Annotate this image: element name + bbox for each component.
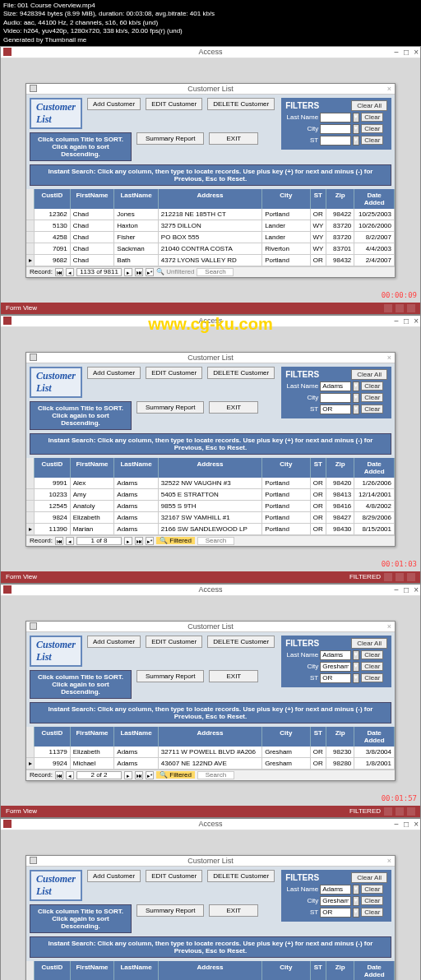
cell-lastname[interactable]: Adams — [114, 489, 159, 500]
cell-date[interactable]: 12/14/2001 — [354, 489, 395, 500]
col-address[interactable]: Address — [159, 458, 262, 478]
cell-custid[interactable]: 12362 — [35, 209, 71, 220]
exit-button[interactable]: EXIT — [209, 132, 258, 145]
dropdown-icon[interactable]: ▾ — [353, 673, 359, 683]
summary-report-button[interactable]: Summary Report — [136, 401, 204, 414]
col-st[interactable]: ST — [311, 458, 327, 478]
cell-date[interactable]: 1/8/2001 — [354, 758, 395, 769]
cell-lastname[interactable]: Adams — [114, 524, 159, 534]
cell-address[interactable]: 4372 LYONS VALLEY RD — [159, 255, 262, 266]
cell-city[interactable]: Portland — [262, 512, 310, 523]
row-selector-icon[interactable] — [26, 501, 35, 511]
clear-all-button[interactable]: Clear All — [351, 872, 387, 883]
clear-lastname-button[interactable]: Clear — [361, 650, 383, 659]
clear-city-button[interactable]: Clear — [361, 896, 383, 905]
cell-st[interactable]: OR — [311, 524, 327, 534]
cell-st[interactable]: OR — [311, 747, 327, 757]
view-icon[interactable] — [384, 807, 392, 816]
filter-badge[interactable]: 🔍 Filtered — [156, 537, 195, 544]
close-icon[interactable]: × — [414, 585, 419, 594]
summary-report-button[interactable]: Summary Report — [136, 670, 204, 682]
cell-custid[interactable]: 12545 — [35, 501, 71, 511]
col-custid[interactable]: CustID — [35, 727, 71, 747]
maximize-icon[interactable]: □ — [404, 317, 409, 326]
close-icon[interactable]: × — [414, 48, 419, 57]
nav-next-icon[interactable]: ▸ — [124, 771, 132, 779]
nav-first-icon[interactable]: ⏮ — [55, 771, 63, 779]
lastname-filter-input[interactable] — [320, 650, 351, 660]
cell-firstname[interactable]: Elizabeth — [71, 747, 115, 757]
col-address[interactable]: Address — [159, 727, 262, 747]
col-date[interactable]: Date Added — [354, 961, 395, 980]
filter-badge[interactable]: 🔍 Unfiltered — [156, 268, 194, 275]
record-position[interactable] — [76, 268, 122, 276]
col-custid[interactable]: CustID — [35, 189, 71, 209]
clear-city-button[interactable]: Clear — [361, 662, 383, 671]
clear-st-button[interactable]: Clear — [361, 404, 383, 414]
delete-customer-button[interactable]: DELETE Customer — [207, 367, 275, 379]
col-date[interactable]: Date Added — [354, 727, 395, 747]
cell-firstname[interactable]: Chad — [71, 209, 115, 220]
cell-lastname[interactable]: Fisher — [114, 232, 159, 243]
cell-zip[interactable]: 98427 — [326, 512, 354, 523]
cell-lastname[interactable]: Bath — [114, 255, 159, 266]
cell-custid[interactable]: 10233 — [35, 489, 71, 500]
nav-prev-icon[interactable]: ◂ — [66, 268, 74, 276]
view-icon[interactable] — [407, 573, 415, 581]
add-customer-button[interactable]: Add Customer — [87, 367, 141, 379]
dropdown-icon[interactable]: ▾ — [353, 404, 359, 414]
table-row[interactable]: 12545 Anatoly Adams 9855 S 9TH Portland … — [26, 501, 395, 512]
delete-customer-button[interactable]: DELETE Customer — [207, 870, 275, 882]
col-firstname[interactable]: FirstName — [71, 458, 115, 478]
cell-address[interactable]: 21040 CONTRA COSTA — [159, 243, 262, 254]
nav-new-icon[interactable]: ▸* — [146, 771, 154, 779]
clear-city-button[interactable]: Clear — [361, 393, 383, 402]
table-row[interactable]: 10233 Amy Adams 5405 E STRATTON Portland… — [26, 489, 395, 501]
cell-firstname[interactable]: Chad — [71, 220, 115, 231]
col-lastname[interactable]: LastName — [114, 961, 159, 980]
dropdown-icon[interactable]: ▾ — [353, 662, 359, 672]
exit-button[interactable]: EXIT — [209, 401, 258, 414]
col-st[interactable]: ST — [311, 961, 327, 980]
exit-button[interactable]: EXIT — [209, 670, 258, 682]
nav-last-icon[interactable]: ⏭ — [135, 771, 143, 779]
cell-date[interactable]: 8/2/2007 — [354, 232, 395, 243]
summary-report-button[interactable]: Summary Report — [136, 904, 204, 917]
nav-last-icon[interactable]: ⏭ — [135, 268, 143, 276]
dropdown-icon[interactable]: ▾ — [353, 908, 359, 918]
cell-address[interactable]: PO BOX 555 — [159, 232, 262, 243]
exit-button[interactable]: EXIT — [209, 904, 258, 917]
cell-address[interactable]: 212218 NE 185TH CT — [159, 209, 262, 220]
nav-search-input[interactable] — [197, 268, 234, 276]
add-customer-button[interactable]: Add Customer — [87, 98, 141, 110]
row-selector-icon[interactable] — [26, 209, 35, 220]
summary-report-button[interactable]: Summary Report — [136, 132, 204, 145]
cell-lastname[interactable]: Adams — [114, 512, 159, 523]
clear-all-button[interactable]: Clear All — [351, 369, 387, 380]
cell-date[interactable]: 10/25/2003 — [354, 209, 395, 220]
form-close-icon[interactable]: × — [387, 85, 391, 93]
cell-firstname[interactable]: Anatoly — [71, 501, 115, 511]
col-city[interactable]: City — [262, 961, 310, 980]
clear-st-button[interactable]: Clear — [361, 908, 383, 917]
cell-zip[interactable]: 98280 — [326, 758, 354, 769]
view-icon[interactable] — [407, 807, 415, 816]
col-date[interactable]: Date Added — [354, 189, 395, 209]
cell-city[interactable]: Gresham — [262, 758, 310, 769]
cell-custid[interactable]: 9991 — [35, 478, 71, 488]
minimize-icon[interactable]: − — [394, 585, 399, 594]
cell-date[interactable]: 2/4/2007 — [354, 255, 395, 266]
col-firstname[interactable]: FirstName — [71, 961, 115, 980]
row-selector-icon[interactable] — [26, 489, 35, 500]
cell-firstname[interactable]: Chad — [71, 243, 115, 254]
view-icon[interactable] — [407, 304, 415, 312]
cell-address[interactable]: 9855 S 9TH — [159, 501, 262, 511]
clear-all-button[interactable]: Clear All — [351, 100, 387, 111]
st-filter-input[interactable] — [320, 136, 351, 146]
col-zip[interactable]: Zip — [326, 961, 354, 980]
maximize-icon[interactable]: □ — [404, 585, 409, 594]
add-customer-button[interactable]: Add Customer — [87, 870, 141, 882]
cell-date[interactable]: 3/8/2004 — [354, 747, 395, 757]
cell-address[interactable]: 2166 SW SANDLEWOOD LP — [159, 524, 262, 534]
clear-st-button[interactable]: Clear — [361, 673, 383, 682]
